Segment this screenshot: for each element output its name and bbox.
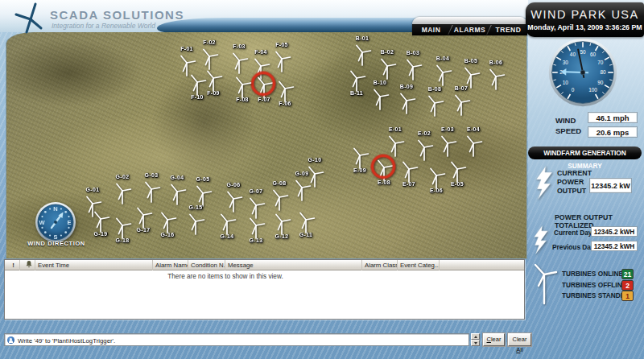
operator-icon xyxy=(7,336,14,344)
turbine-F-02[interactable]: F-02 xyxy=(199,47,220,71)
turbine-label: E-08 xyxy=(368,180,400,185)
clear-all-button[interactable]: Clear All xyxy=(508,333,531,346)
turbine-B-01[interactable]: B-01 xyxy=(352,43,373,67)
compass-e: E xyxy=(67,219,71,226)
turbine-B-06[interactable]: B-06 xyxy=(485,67,506,91)
turbine-label: G-18 xyxy=(106,237,138,243)
svg-text:40: 40 xyxy=(570,52,576,57)
turbine-E-07[interactable]: E-07 xyxy=(398,159,419,184)
turbine-E-01[interactable]: E-01 xyxy=(385,134,406,158)
turbine-icon xyxy=(529,263,559,305)
current-power-label: CURRENT POWER OUTPUT xyxy=(557,169,592,196)
lightning-icon xyxy=(533,166,555,200)
col-alarm-name[interactable]: Alarm Name xyxy=(153,260,188,270)
turbine-B-11[interactable]: B-11 xyxy=(346,68,367,93)
turbine-E-06[interactable]: E-06 xyxy=(426,166,447,190)
turbine-F-08[interactable]: F-08 xyxy=(232,75,253,99)
col-event-category[interactable]: Event Categ... xyxy=(398,260,440,270)
nav-alarms-button[interactable]: ALARMS xyxy=(451,26,489,34)
bell-icon xyxy=(26,261,32,268)
turbine-label: F-03 xyxy=(223,43,255,49)
turbine-G-16[interactable]: G-16 xyxy=(157,210,178,234)
nav-main-button[interactable]: MAIN xyxy=(412,26,450,34)
turbine-label: F-10 xyxy=(181,94,213,100)
turbine-E-03[interactable]: E-03 xyxy=(437,134,458,158)
turbine-F-10[interactable]: F-10 xyxy=(187,72,208,97)
col-priority[interactable]: ! xyxy=(5,260,20,270)
turbine-G-11[interactable]: G-11 xyxy=(295,210,316,234)
turbine-F-05[interactable]: F-05 xyxy=(271,49,292,73)
turbine-G-04[interactable]: G-04 xyxy=(167,182,188,206)
previous-day-label: Previous Day xyxy=(552,243,595,251)
turbine-G-02[interactable]: G-02 xyxy=(112,181,133,205)
svg-text:30: 30 xyxy=(563,60,569,65)
col-alarm-class[interactable]: Alarm Class xyxy=(362,260,398,270)
turbine-E-02[interactable]: E-02 xyxy=(414,138,435,162)
turbine-E-09[interactable]: E-09 xyxy=(349,146,370,170)
turbine-label: G-19 xyxy=(85,231,117,237)
nav-trend-button[interactable]: TREND xyxy=(489,26,527,34)
offline-ring xyxy=(371,155,395,179)
turbine-label: F-05 xyxy=(266,42,298,47)
message-scroll-spinner[interactable] xyxy=(471,333,480,346)
compass-n: N xyxy=(53,205,57,213)
lightning-icon xyxy=(531,225,551,254)
datetime: Monday, April 13, 2009 3:36:26 PM xyxy=(526,23,644,31)
turbine-label: B-08 xyxy=(419,86,451,92)
turbine-G-15[interactable]: G-15 xyxy=(185,212,206,236)
wind-mph-value: 46.1 mph xyxy=(588,112,638,123)
offline-count-badge: 2 xyxy=(621,280,634,291)
svg-text:70: 70 xyxy=(597,60,604,65)
turbine-label: G-05 xyxy=(187,176,219,182)
turbine-B-07[interactable]: B-07 xyxy=(451,93,472,117)
turbine-label: G-01 xyxy=(76,187,109,192)
svg-text:100: 100 xyxy=(588,87,597,93)
turbine-E-08[interactable]: E-08 xyxy=(374,158,394,182)
turbine-E-04[interactable]: E-04 xyxy=(463,134,484,158)
turbine-E-05[interactable]: E-05 xyxy=(447,159,468,184)
turbine-G-13[interactable]: G-13 xyxy=(246,216,266,240)
compass-w: W xyxy=(39,219,45,226)
turbines-offline-row: TURBINES OFFLINE 2 xyxy=(562,280,642,291)
turbine-B-03[interactable]: B-03 xyxy=(402,57,423,81)
col-event-time[interactable]: Event Time xyxy=(35,260,153,270)
wind-speed-gauge: 0102030405060708090100 xyxy=(547,37,618,108)
svg-text:90: 90 xyxy=(597,80,604,85)
turbine-label: G-02 xyxy=(106,174,138,180)
col-alarm[interactable] xyxy=(20,260,35,270)
col-condition[interactable]: Condition N... xyxy=(188,260,225,270)
scroll-up-button[interactable] xyxy=(471,333,480,340)
svg-text:80: 80 xyxy=(601,69,607,75)
diagnostic-message-field[interactable]: Write '49' to 'Plant\HostLogTrigger'. xyxy=(4,333,469,346)
turbine-label: E-01 xyxy=(379,126,411,132)
turbine-label: F-02 xyxy=(193,39,225,45)
turbines-standby-row: TURBINES STANDBY 1 xyxy=(562,291,642,301)
scroll-down-button[interactable] xyxy=(471,340,480,346)
summary-title-bar: WINDFARM GENERATION SUMMARY xyxy=(528,146,642,159)
current-power-value: 12345.2 kW xyxy=(589,178,632,193)
svg-text:60: 60 xyxy=(590,52,597,57)
turbine-G-17[interactable]: G-17 xyxy=(133,205,154,229)
svg-text:10: 10 xyxy=(563,80,569,85)
empty-list-message: There are no items to show in this view. xyxy=(141,273,310,280)
col-message[interactable]: Message xyxy=(225,260,362,270)
turbine-label: B-04 xyxy=(427,56,459,61)
clear-button[interactable]: Clear xyxy=(483,333,505,346)
turbine-B-08[interactable]: B-08 xyxy=(424,93,445,118)
turbine-G-03[interactable]: G-03 xyxy=(141,180,162,204)
turbine-G-19[interactable]: G-19 xyxy=(90,209,111,233)
event-table-header: ! Event Time Alarm Name Condition N... M… xyxy=(5,260,524,270)
title-panel: WIND PARK USA Monday, April 13, 2009 3:3… xyxy=(526,2,644,37)
turbine-G-10[interactable]: G-10 xyxy=(304,164,325,188)
logo-title: SCADA SOLUTIONS xyxy=(50,8,184,22)
turbine-B-02[interactable]: B-02 xyxy=(377,56,398,80)
turbine-G-14[interactable]: G-14 xyxy=(217,212,237,236)
turbine-F-07[interactable]: F-07 xyxy=(254,75,275,99)
turbine-G-12[interactable]: G-12 xyxy=(271,212,292,236)
command-bar: Write '49' to 'Plant\HostLogTrigger'. Cl… xyxy=(4,332,527,348)
nav-tab-bar: MAIN ALARMS TREND xyxy=(412,17,527,35)
turbine-G-08[interactable]: G-08 xyxy=(269,188,290,212)
wind-direction-compass: N E S W xyxy=(35,201,76,243)
turbine-B-04[interactable]: B-04 xyxy=(432,63,453,87)
turbine-B-09[interactable]: B-09 xyxy=(396,91,417,115)
